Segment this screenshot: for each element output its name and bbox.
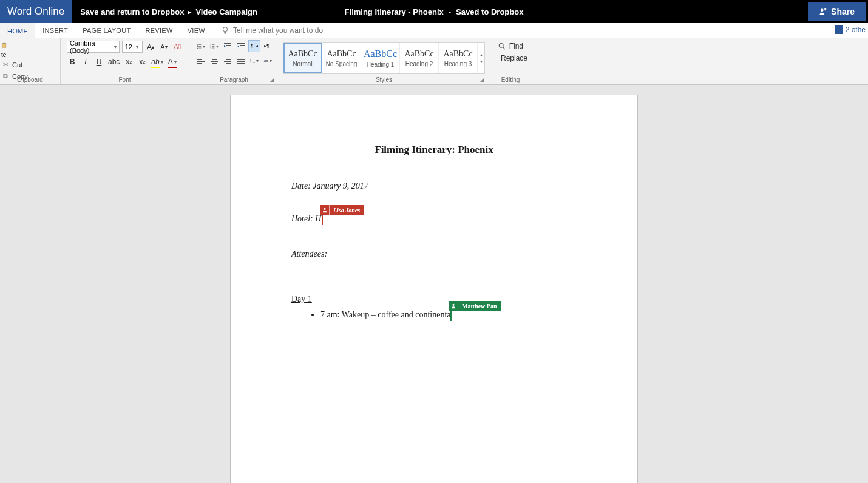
justify-button[interactable]	[236, 55, 246, 66]
others-editing-badge[interactable]: 2 othe	[835, 25, 866, 34]
svg-rect-35	[197, 63, 202, 64]
font-size-combo[interactable]: 12▾	[122, 41, 143, 53]
breadcrumb-folder[interactable]: Video Campaign	[195, 7, 257, 16]
svg-point-8	[197, 46, 198, 47]
styles-more-button[interactable]: ▴▾	[478, 42, 485, 74]
align-right-button[interactable]	[222, 55, 233, 66]
tell-me-input[interactable]	[233, 26, 336, 35]
align-left-button[interactable]	[195, 55, 206, 66]
paste-icon	[1, 41, 7, 50]
line-spacing-button[interactable]	[249, 55, 260, 66]
tab-insert[interactable]: INSERT	[35, 23, 75, 38]
style-name: Normal	[293, 61, 312, 67]
svg-rect-33	[197, 59, 202, 60]
style-card-heading-1[interactable]: AaBbCcHeading 1	[361, 43, 400, 73]
shrink-font-button[interactable]: A▾	[158, 41, 169, 52]
style-card-normal[interactable]: AaBbCcNormal	[283, 43, 322, 73]
paragraph-row-2	[195, 55, 273, 66]
italic-button[interactable]: I	[80, 56, 91, 67]
chevron-down-icon: ▾	[480, 59, 483, 64]
paragraph-dialog-launcher[interactable]: ◢	[270, 76, 276, 83]
svg-rect-34	[197, 61, 205, 62]
styles-dialog-launcher[interactable]: ◢	[480, 76, 486, 83]
align-center-button[interactable]	[209, 55, 220, 66]
style-card-heading-3[interactable]: AaBbCcHeading 3	[439, 43, 478, 73]
breadcrumb-separator: ▸	[188, 7, 192, 16]
bold-button[interactable]: B	[67, 56, 78, 67]
numbering-button[interactable]: 123	[209, 41, 220, 52]
document-page[interactable]: Filming Itinerary: Phoenix Date: January…	[230, 95, 638, 483]
style-card-no-spacing[interactable]: AaBbCcNo Spacing	[322, 43, 361, 73]
special-indent-icon	[263, 57, 268, 64]
svg-rect-49	[251, 59, 251, 62]
doc-hotel-line[interactable]: Hotel: H Lisa Jones	[291, 214, 577, 224]
cut-button[interactable]: ✂Cut	[0, 59, 56, 70]
line-spacing-icon	[250, 57, 255, 64]
tab-view[interactable]: VIEW	[180, 23, 212, 38]
bullets-button[interactable]	[195, 41, 206, 52]
tab-review[interactable]: REVIEW	[138, 23, 180, 38]
paragraph-group-label: Paragraph	[189, 76, 279, 83]
document-area[interactable]: Filming Itinerary: Phoenix Date: January…	[0, 85, 868, 483]
indent-icon	[237, 42, 245, 50]
svg-rect-13	[212, 44, 214, 45]
clipboard-group-label: Clipboard	[0, 76, 60, 83]
share-icon	[819, 7, 827, 16]
increase-indent-button[interactable]	[236, 41, 246, 52]
search-icon	[498, 42, 506, 50]
presence-name-matthew: Matthew Pan	[458, 301, 501, 311]
clear-formatting-button[interactable]: A⃠	[172, 41, 183, 52]
breadcrumb: Save and return to Dropbox ▸ Video Campa…	[80, 7, 257, 16]
align-center-icon	[211, 57, 218, 64]
breadcrumb-save-return[interactable]: Save and return to Dropbox	[80, 7, 184, 16]
svg-rect-26	[237, 49, 245, 49]
svg-rect-37	[212, 59, 217, 60]
svg-rect-11	[198, 48, 201, 49]
share-button[interactable]: Share	[808, 2, 866, 21]
app-title: Word Online	[0, 0, 72, 23]
day1-heading[interactable]: Day 1	[291, 294, 577, 304]
styles-gallery: AaBbCcNormalAaBbCcNo SpacingAaBbCcHeadin…	[283, 42, 478, 74]
grow-font-button[interactable]: A▴	[145, 41, 156, 52]
style-name: Heading 1	[367, 61, 395, 68]
strikethrough-button[interactable]: abc	[107, 56, 121, 67]
underline-button[interactable]: U	[93, 56, 104, 67]
superscript-button[interactable]: x2	[137, 56, 147, 67]
ltr-icon: ¶	[251, 42, 258, 50]
group-paragraph: 123 ¶ ¶ Paragraph ◢	[189, 38, 279, 84]
font-color-button[interactable]: A	[167, 56, 178, 67]
ltr-text-direction-button[interactable]: ¶	[249, 41, 260, 52]
day1-list[interactable]: 7 am: Wakeup – coffee and continental Ma…	[291, 310, 577, 320]
style-card-heading-2[interactable]: AaBbCcHeading 2	[400, 43, 439, 73]
svg-rect-51	[253, 59, 255, 59]
doc-attendees-line[interactable]: Attendees:	[291, 249, 577, 259]
special-indent-button[interactable]	[262, 55, 273, 66]
decrease-indent-button[interactable]	[222, 41, 233, 52]
outdent-icon	[224, 42, 231, 50]
paste-button-partial[interactable]: te	[0, 41, 56, 58]
svg-point-58	[499, 43, 503, 47]
svg-rect-7	[198, 44, 201, 45]
font-name-combo[interactable]: Cambria (Body)▾	[67, 41, 120, 53]
tab-home[interactable]: HOME	[0, 23, 35, 38]
tab-page-layout[interactable]: PAGE LAYOUT	[75, 23, 138, 38]
svg-point-2	[223, 27, 227, 32]
day1-item-1[interactable]: 7 am: Wakeup – coffee and continental Ma…	[320, 310, 577, 320]
subscript-button[interactable]: x2	[123, 56, 134, 67]
svg-rect-17	[212, 48, 214, 49]
svg-rect-25	[240, 47, 245, 47]
replace-button[interactable]: Replace	[495, 54, 526, 62]
highlight-color-button[interactable]: ab	[150, 56, 164, 67]
font-row-1: Cambria (Body)▾ 12▾ A▴ A▾ A⃠	[67, 41, 183, 53]
svg-line-59	[503, 47, 505, 49]
tell-me[interactable]	[221, 23, 336, 38]
doc-heading[interactable]: Filming Itinerary: Phoenix	[291, 144, 577, 156]
scissors-icon: ✂	[1, 61, 10, 69]
person-icon	[449, 301, 458, 311]
hotel-label: Hotel:	[291, 214, 315, 223]
rtl-text-direction-button[interactable]: ¶	[262, 41, 273, 52]
svg-rect-47	[237, 63, 245, 64]
dash-separator: -	[449, 7, 451, 16]
find-button[interactable]: Find	[495, 42, 526, 50]
doc-date-line[interactable]: Date: January 9, 2017	[291, 181, 577, 191]
